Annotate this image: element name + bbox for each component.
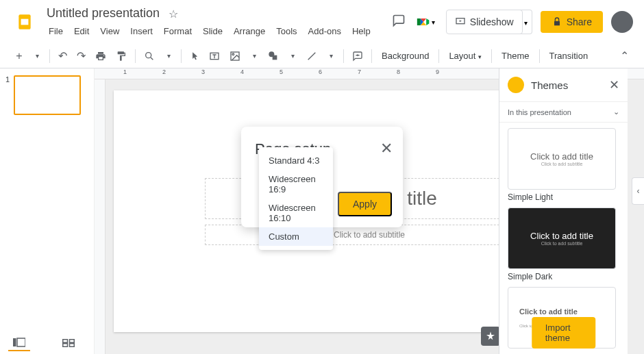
menu-format[interactable]: Format (159, 23, 197, 39)
new-slide-dropdown[interactable]: ▾ (29, 48, 45, 64)
comment-icon (352, 51, 363, 62)
svg-rect-19 (70, 344, 75, 347)
grid-icon (62, 338, 75, 348)
separator (438, 49, 439, 63)
menu-slide[interactable]: Slide (198, 23, 227, 39)
image-tool[interactable] (225, 48, 245, 64)
theme-item-simple-dark[interactable]: Click to add title Click to add subtitle… (508, 207, 619, 281)
dropdown-option-custom[interactable]: Custom (259, 227, 333, 246)
separator (135, 49, 136, 63)
separator (343, 49, 344, 63)
line-tool[interactable] (302, 48, 321, 64)
separator (49, 49, 50, 63)
svg-rect-16 (63, 340, 68, 343)
background-button[interactable]: Background (376, 48, 434, 64)
theme-name: Simple Dark (508, 272, 619, 281)
explore-icon (485, 331, 496, 342)
import-theme-button[interactable]: Import theme (532, 317, 596, 349)
shape-icon (268, 51, 279, 62)
theme-item-simple-light[interactable]: Click to add title Click to add subtitle… (508, 128, 619, 202)
image-dropdown[interactable]: ▾ (246, 48, 262, 64)
menu-edit[interactable]: Edit (69, 23, 94, 39)
menu-addons[interactable]: Add-ons (304, 23, 346, 39)
zoom-dropdown[interactable]: ▾ (160, 48, 177, 64)
preview-title: Click to add title (530, 151, 593, 162)
side-panel-tab[interactable]: ‹ (632, 177, 644, 205)
slideshow-dropdown[interactable]: ▾ (520, 10, 532, 34)
new-slide-button[interactable]: + (11, 48, 27, 64)
transition-button[interactable]: Transition (544, 48, 594, 64)
slides-logo[interactable] (11, 8, 38, 36)
slides-icon (16, 13, 34, 31)
menu-tools[interactable]: Tools (271, 23, 301, 39)
shape-dropdown[interactable]: ▾ (284, 48, 301, 64)
comments-icon[interactable] (392, 14, 406, 31)
layout-button[interactable]: Layout ▾ (443, 48, 487, 64)
aspect-ratio-dropdown: Standard 4:3 Widescreen 16:9 Widescreen … (259, 147, 333, 250)
slide-thumbnail[interactable] (14, 75, 81, 115)
preview-subtitle: Click to add subtitle (541, 241, 583, 246)
textbox-tool[interactable] (205, 48, 224, 64)
menu-arrange[interactable]: Arrange (229, 23, 270, 39)
svg-rect-15 (17, 338, 25, 346)
close-icon[interactable]: ✕ (380, 140, 393, 157)
undo-button[interactable]: ↶ (54, 48, 71, 64)
menu-file[interactable]: File (44, 23, 68, 39)
chevron-up-icon: ⌃ (620, 49, 629, 62)
theme-button[interactable]: Theme (496, 48, 534, 64)
menu-insert[interactable]: Insert (125, 23, 158, 39)
apply-button[interactable]: Apply (338, 192, 392, 216)
ruler-mark: 5 (262, 68, 301, 79)
svg-rect-14 (13, 338, 16, 346)
paint-format-button[interactable] (112, 48, 131, 64)
ruler-mark: 2 (145, 68, 184, 79)
zoom-icon (144, 51, 155, 62)
shape-tool[interactable] (264, 48, 283, 64)
ruler-mark: 1 (106, 68, 145, 79)
themes-header: Themes ✕ (499, 68, 628, 102)
themes-scope-dropdown[interactable]: In this presentation ⌄ (499, 102, 628, 123)
menu-view[interactable]: View (95, 23, 124, 39)
themes-scope-label: In this presentation (508, 108, 571, 116)
preview-title: Click to add title (530, 231, 593, 241)
select-tool[interactable] (186, 48, 203, 64)
present-icon (455, 16, 466, 27)
svg-rect-1 (21, 19, 29, 25)
collapse-toolbar-button[interactable]: ⌃ (616, 48, 633, 64)
preview-title: Click to add title (519, 307, 578, 316)
ruler-mark: 9 (418, 68, 457, 79)
ruler-mark: 4 (223, 68, 262, 79)
dropdown-option-widescreen-169[interactable]: Widescreen 16:9 (259, 170, 333, 199)
share-label: Share (567, 16, 592, 27)
menu-help[interactable]: Help (347, 23, 375, 39)
grid-view-tab[interactable] (58, 335, 79, 351)
chevron-down-icon: ⌄ (613, 108, 619, 116)
chevron-down-icon: ▾ (478, 53, 482, 60)
comment-button[interactable] (348, 48, 367, 64)
slide-subtitle-placeholder[interactable]: Click to add subtitle (205, 225, 534, 245)
share-button[interactable]: Share (541, 11, 603, 33)
chevron-down-icon: ▾ (432, 18, 435, 26)
dropdown-option-standard[interactable]: Standard 4:3 (259, 151, 333, 170)
svg-line-11 (308, 52, 316, 60)
filmstrip-view-tab[interactable] (8, 335, 30, 351)
close-icon[interactable]: ✕ (609, 77, 619, 92)
title-area: Untitled presentation ☆ File Edit View I… (44, 5, 392, 39)
separator (181, 49, 182, 63)
star-icon[interactable]: ☆ (169, 8, 178, 21)
svg-rect-17 (70, 340, 75, 343)
account-avatar[interactable] (611, 11, 633, 33)
print-button[interactable] (91, 48, 110, 64)
image-icon (230, 51, 240, 62)
redo-button[interactable]: ↷ (73, 48, 90, 64)
dropdown-option-widescreen-1610[interactable]: Widescreen 16:10 (259, 199, 333, 227)
ruler-mark: 3 (184, 68, 223, 79)
meet-button[interactable]: ▾ (414, 12, 438, 31)
line-dropdown[interactable]: ▾ (323, 48, 339, 64)
zoom-button[interactable] (140, 48, 159, 64)
slideshow-button[interactable]: Slideshow (446, 10, 523, 34)
view-tabs (8, 335, 79, 351)
separator (371, 49, 372, 63)
explore-button[interactable] (481, 327, 500, 346)
document-title[interactable]: Untitled presentation (44, 5, 162, 22)
